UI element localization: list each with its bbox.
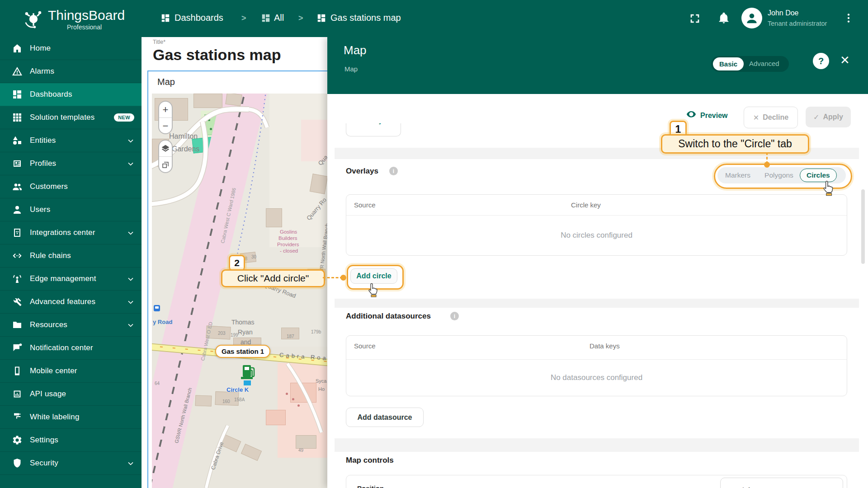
panel-scrollbar[interactable] [861, 189, 865, 264]
step-1-connector-dot [764, 162, 770, 168]
house-number: 158A [234, 397, 245, 402]
pages-icon[interactable] [159, 157, 172, 173]
apply-button[interactable]: ✓Apply [806, 107, 851, 127]
map-poi-label: - closed [280, 248, 298, 253]
step-1-callout: Switch to the "Circle" tab [661, 134, 809, 154]
datasources-table: Source Data keys No datasources configur… [346, 335, 847, 396]
tab-advanced[interactable]: Advanced [749, 60, 779, 67]
map-road-label: y Road [153, 319, 172, 325]
sidebar-item-entities[interactable]: Entities [0, 129, 142, 152]
sidebar-item-settings[interactable]: Settings [0, 429, 142, 452]
chevron-down-icon [126, 136, 135, 145]
map-dot [292, 398, 294, 400]
chevron-down-icon [126, 159, 135, 168]
api-usage-icon [12, 389, 23, 399]
close-icon: ✕ [753, 113, 759, 122]
map-marker-tooltip[interactable]: Gas station 1 [215, 345, 270, 358]
sidebar-item-label: Alarms [30, 67, 54, 76]
sidebar-item-rule-chains[interactable]: Rule chains [0, 244, 142, 267]
help-icon[interactable]: ? [813, 53, 829, 69]
avatar[interactable] [741, 8, 762, 28]
gas-pump-icon[interactable] [240, 363, 256, 389]
breadcrumb-dashboards[interactable]: Dashboards [175, 13, 223, 23]
logo-icon[interactable] [22, 6, 45, 31]
sidebar-item-resources[interactable]: Resources [0, 314, 142, 337]
position-select[interactable]: Top left [720, 478, 843, 488]
zoom-in-button[interactable]: + [159, 102, 172, 117]
add-datasource-button[interactable]: Add datasource [346, 408, 424, 427]
fullscreen-icon[interactable] [689, 12, 701, 27]
customers-icon [12, 181, 23, 192]
bus-stop-icon [154, 305, 160, 311]
sidebar-item-label: Dashboards [30, 90, 72, 99]
datasources-heading: Additional datasources [346, 312, 431, 321]
sidebar-item-solution-templates[interactable]: Solution templatesNEW [0, 106, 142, 129]
notification-icon [12, 343, 23, 353]
sidebar-item-home[interactable]: Home [0, 37, 142, 60]
sidebar-item-dashboards[interactable]: Dashboards [0, 83, 142, 106]
sidebar-item-security[interactable]: Security [0, 452, 142, 475]
dashboards-breadcrumb-icon [160, 13, 170, 25]
sidebar-item-integrations-center[interactable]: Integrations center [0, 221, 142, 244]
sidebar-item-notification-center[interactable]: Notification center [0, 337, 142, 360]
sidebar-item-label: White labeling [30, 413, 80, 422]
eye-icon [686, 111, 696, 120]
decline-label: Decline [763, 113, 788, 122]
security-icon [12, 458, 23, 469]
layers-icon[interactable] [159, 141, 172, 156]
sidebar-item-label: Settings [30, 436, 58, 445]
sidebar-item-label: Edge management [30, 274, 96, 283]
map-controls-heading: Map controls [346, 456, 394, 465]
dashboards-icon [12, 89, 23, 100]
notifications-bell-icon[interactable] [717, 12, 730, 26]
map-dot [286, 393, 288, 395]
mobile-icon [12, 366, 23, 376]
sidebar-item-label: Integrations center [30, 228, 95, 237]
preview-button[interactable]: Preview [686, 111, 727, 120]
column-header-source: Source [354, 201, 376, 209]
section-gap [335, 299, 859, 308]
house-number: 49 [298, 448, 303, 453]
map-poi-label: Providers [277, 242, 299, 247]
breadcrumb-separator: > [298, 14, 303, 23]
sidebar-item-edge-management[interactable]: Edge management [0, 267, 142, 291]
brand-subtitle: Professional [67, 23, 102, 31]
map-canvas[interactable]: Hamilton Gardens Cabra West C Ward 1986 … [152, 94, 327, 488]
sidebar-item-label: Customers [30, 182, 68, 191]
close-icon[interactable]: ✕ [840, 53, 850, 67]
sidebar-item-users[interactable]: Users [0, 198, 142, 221]
sidebar-item-alarms[interactable]: Alarms [0, 60, 142, 83]
add-layer-button[interactable]: Add layer [346, 123, 401, 136]
overlays-heading: Overlays [346, 167, 378, 176]
zoom-out-button[interactable]: − [159, 118, 172, 134]
sidebar-item-profiles[interactable]: Profiles [0, 152, 142, 175]
alarms-icon [12, 66, 23, 77]
breadcrumb-all[interactable]: All [274, 13, 284, 23]
map-poi-label: Ryan [238, 328, 253, 336]
step-2-badge: 2 [229, 255, 245, 271]
sidebar-item-white-labeling[interactable]: White labeling [0, 406, 142, 429]
mode-toggle: Basic Advanced [711, 56, 789, 72]
chevron-down-icon [126, 297, 135, 306]
decline-button[interactable]: ✕Decline [744, 107, 798, 128]
chevron-down-icon [126, 320, 135, 329]
sidebar-item-api-usage[interactable]: API usage [0, 383, 142, 406]
info-icon[interactable]: i [450, 312, 459, 320]
advanced-icon [12, 296, 23, 307]
tab-basic[interactable]: Basic [713, 57, 744, 70]
sidebar-item-label: Security [30, 459, 58, 468]
entities-icon [12, 135, 23, 146]
map-zoom-control: + − [158, 101, 173, 134]
house-number: 64 [155, 381, 160, 386]
dashboard-title-input[interactable]: Gas stations map [153, 46, 281, 64]
sidebar-item-advanced-features[interactable]: Advanced features [0, 291, 142, 314]
info-icon[interactable]: i [389, 167, 398, 175]
profiles-icon [12, 158, 23, 169]
sidebar-item-customers[interactable]: Customers [0, 175, 142, 198]
user-name: John Doe [768, 9, 799, 17]
more-icon[interactable] [843, 12, 854, 26]
map-poi-label: Thomas [231, 319, 255, 326]
sidebar-item-mobile-center[interactable]: Mobile center [0, 360, 142, 383]
panel-header: Map Map Basic Advanced ? ✕ [327, 37, 868, 94]
house-number: 187 [287, 334, 294, 339]
